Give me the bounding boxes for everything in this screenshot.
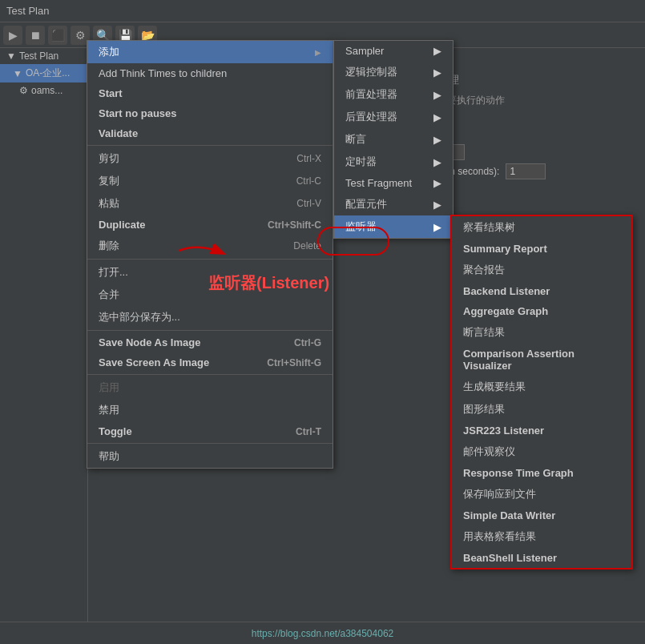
menu-item-delete[interactable]: 删除 Delete bbox=[87, 235, 333, 257]
listener-item-5[interactable]: 断言结果 bbox=[452, 321, 631, 344]
submenu-pre[interactable]: 前置处理器 ▶ bbox=[334, 83, 453, 106]
context-menu: 添加 ▶ Add Think Times to children Start S… bbox=[87, 40, 333, 469]
menu-item-enable: 启用 bbox=[87, 376, 333, 399]
divider-3 bbox=[87, 330, 333, 331]
submenu-sampler-arrow: ▶ bbox=[433, 45, 441, 57]
menu-item-cut[interactable]: 剪切 Ctrl-X bbox=[87, 147, 333, 170]
menu-item-add-think[interactable]: Add Think Times to children bbox=[87, 63, 333, 83]
status-url: https://blog.csdn.net/a384504062 bbox=[252, 628, 393, 639]
submenu-listener-panel: 察看结果树 Summary Report 聚合报告 Backend Listen… bbox=[450, 215, 633, 570]
submenu-post[interactable]: 后置处理器 ▶ bbox=[334, 106, 453, 128]
submenu-fragment[interactable]: Test Fragment ▶ bbox=[334, 173, 453, 193]
left-tree-panel: ▼ Test Plan ▼ OA-企业... ⚙ oams... bbox=[0, 48, 88, 622]
right-up-input[interactable] bbox=[506, 163, 546, 179]
listener-item-8[interactable]: 图形结果 bbox=[452, 398, 631, 421]
listener-item-7[interactable]: 生成概要结果 bbox=[452, 376, 631, 398]
tree-item-oams[interactable]: ⚙ oams... bbox=[0, 83, 87, 99]
shortcut-toggle: Ctrl-T bbox=[296, 426, 321, 437]
listener-item-14[interactable]: 用表格察看结果 bbox=[452, 525, 631, 548]
tree-label-oams: oams... bbox=[31, 85, 62, 96]
shortcut-delete: Delete bbox=[293, 240, 321, 252]
submenu-post-arrow: ▶ bbox=[433, 111, 441, 123]
app-title: Test Plan bbox=[6, 5, 49, 17]
shortcut-copy: Ctrl-C bbox=[296, 175, 321, 187]
listener-item-11[interactable]: Response Time Graph bbox=[452, 463, 631, 483]
toolbar-run[interactable]: ▶ bbox=[3, 26, 22, 45]
tree-label-oa: OA-企业... bbox=[26, 66, 70, 80]
listener-item-2[interactable]: 聚合报告 bbox=[452, 259, 631, 281]
listener-item-13[interactable]: Simple Data Writer bbox=[452, 505, 631, 525]
tree-icon-oa: ▼ bbox=[13, 68, 22, 79]
divider-5 bbox=[87, 443, 333, 444]
menu-item-disable[interactable]: 禁用 bbox=[87, 399, 333, 421]
menu-item-duplicate[interactable]: Duplicate Ctrl+Shift-C bbox=[87, 215, 333, 235]
divider-4 bbox=[87, 374, 333, 375]
listener-item-4[interactable]: Aggregate Graph bbox=[452, 301, 631, 321]
menu-item-validate[interactable]: Validate bbox=[87, 123, 333, 143]
submenu-config[interactable]: 配置元件 ▶ bbox=[334, 193, 453, 215]
listener-item-12[interactable]: 保存响应到文件 bbox=[452, 483, 631, 505]
submenu-logic-arrow: ▶ bbox=[433, 66, 441, 78]
menu-item-copy[interactable]: 复制 Ctrl-C bbox=[87, 170, 333, 192]
submenu-listener-arrow: ▶ bbox=[433, 221, 441, 233]
shortcut-paste: Ctrl-V bbox=[296, 198, 321, 209]
tree-label-testplan: Test Plan bbox=[19, 50, 58, 62]
menu-item-help[interactable]: 帮助 bbox=[87, 445, 333, 468]
menu-item-save-selection[interactable]: 选中部分保存为... bbox=[87, 306, 333, 328]
menu-item-start[interactable]: Start bbox=[87, 83, 333, 103]
tree-item-testplan[interactable]: ▼ Test Plan bbox=[0, 48, 87, 64]
tree-item-oa[interactable]: ▼ OA-企业... bbox=[0, 64, 87, 83]
shortcut-cut: Ctrl-X bbox=[296, 153, 321, 164]
menu-item-toggle[interactable]: Toggle Ctrl-T bbox=[87, 421, 333, 441]
shortcut-save-screen: Ctrl+Shift-G bbox=[267, 357, 321, 368]
toolbar-stop[interactable]: ⏹ bbox=[26, 26, 45, 45]
listener-item-0[interactable]: 察看结果树 bbox=[452, 216, 631, 239]
shortcut-duplicate: Ctrl+Shift-C bbox=[268, 219, 321, 231]
shortcut-save-node: Ctrl-G bbox=[294, 337, 321, 348]
divider-2 bbox=[87, 259, 333, 260]
status-bar: https://blog.csdn.net/a384504062 bbox=[0, 622, 645, 644]
listener-item-15[interactable]: BeanShell Listener bbox=[452, 548, 631, 568]
submenu-assertion[interactable]: 断言 ▶ bbox=[334, 128, 453, 151]
listener-item-9[interactable]: JSR223 Listener bbox=[452, 421, 631, 441]
submenu-arrow: ▶ bbox=[315, 48, 321, 57]
submenu-timer[interactable]: 定时器 ▶ bbox=[334, 151, 453, 173]
tree-icon-testplan: ▼ bbox=[6, 50, 16, 62]
top-bar: Test Plan bbox=[0, 0, 645, 22]
toolbar-back[interactable]: ⬛ bbox=[48, 26, 67, 45]
submenu-pre-arrow: ▶ bbox=[433, 89, 441, 101]
tree-icon-oams: ⚙ bbox=[19, 85, 28, 96]
menu-item-open[interactable]: 打开... bbox=[87, 261, 333, 284]
menu-item-merge[interactable]: 合并 bbox=[87, 284, 333, 306]
submenu-config-arrow: ▶ bbox=[433, 199, 441, 211]
submenu-timer-arrow: ▶ bbox=[433, 156, 441, 168]
listener-item-10[interactable]: 邮件观察仪 bbox=[452, 441, 631, 463]
listener-item-1[interactable]: Summary Report bbox=[452, 239, 631, 259]
submenu-add: Sampler ▶ 逻辑控制器 ▶ 前置处理器 ▶ 后置处理器 ▶ 断言 ▶ 定… bbox=[333, 40, 454, 239]
submenu-listener[interactable]: 监听器 ▶ bbox=[334, 215, 453, 238]
menu-item-paste[interactable]: 粘贴 Ctrl-V bbox=[87, 192, 333, 215]
submenu-fragment-arrow: ▶ bbox=[433, 177, 441, 189]
listener-item-6[interactable]: Comparison Assertion Visualizer bbox=[452, 344, 631, 376]
submenu-sampler[interactable]: Sampler ▶ bbox=[334, 41, 453, 61]
divider-1 bbox=[87, 145, 333, 146]
submenu-assertion-arrow: ▶ bbox=[433, 134, 441, 146]
menu-item-add[interactable]: 添加 ▶ bbox=[87, 41, 333, 63]
submenu-logic[interactable]: 逻辑控制器 ▶ bbox=[334, 61, 453, 83]
menu-item-start-no-pauses[interactable]: Start no pauses bbox=[87, 103, 333, 123]
menu-item-save-screen[interactable]: Save Screen As Image Ctrl+Shift-G bbox=[87, 352, 333, 372]
menu-item-save-node[interactable]: Save Node As Image Ctrl-G bbox=[87, 332, 333, 352]
listener-item-3[interactable]: Backend Listener bbox=[452, 281, 631, 301]
